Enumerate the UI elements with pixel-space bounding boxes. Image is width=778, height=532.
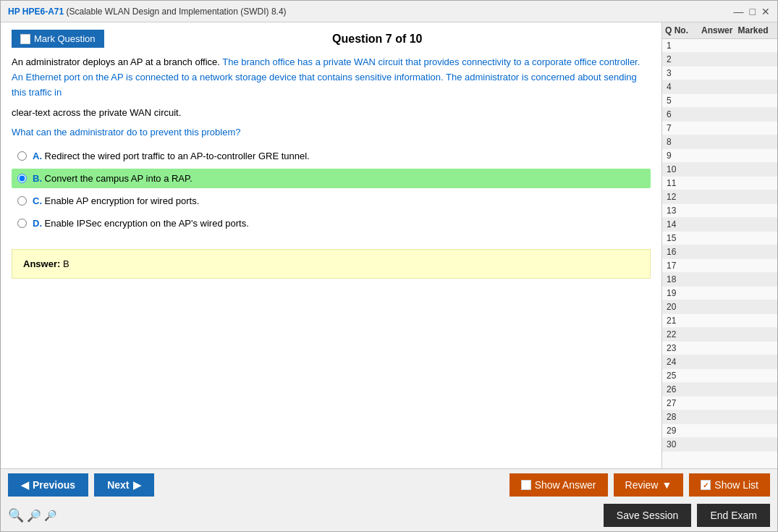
list-item[interactable]: 29 — [662, 424, 777, 438]
option-b[interactable]: B. Convert the campus AP into a RAP. — [12, 169, 651, 188]
list-item[interactable]: 15 — [662, 232, 777, 245]
show-answer-label: Show Answer — [535, 479, 596, 491]
list-item[interactable]: 18 — [662, 273, 777, 287]
list-item[interactable]: 5 — [662, 94, 777, 108]
option-c[interactable]: C. Enable AP encryption for wired ports. — [12, 191, 651, 211]
show-answer-checkbox-icon — [521, 480, 531, 490]
zoom-in-button[interactable]: 🔎 — [44, 510, 56, 521]
zoom-reset-button[interactable]: 🔎 — [27, 509, 41, 523]
footer-row2: 🔍 🔎 🔎 Save Session End Exam — [1, 501, 777, 531]
footer-row1: Previous Next Show Answer Review ▼ ✓ Sho… — [1, 469, 777, 501]
option-a-radio[interactable] — [17, 151, 27, 161]
list-item[interactable]: 1 — [662, 39, 777, 53]
window-title: HP HPE6-A71 (Scalable WLAN Design and Im… — [8, 7, 287, 17]
list-item[interactable]: 17 — [662, 259, 777, 273]
list-item[interactable]: 3 — [662, 67, 777, 80]
list-item[interactable]: 9 — [662, 149, 777, 163]
list-item[interactable]: 24 — [662, 355, 777, 369]
app-window: HP HPE6-A71 (Scalable WLAN Design and Im… — [0, 0, 778, 532]
answer-label: Answer: — [23, 258, 60, 269]
option-d-radio[interactable] — [17, 219, 27, 228]
question-text-cont: clear-text across the private WAN circui… — [12, 106, 651, 121]
top-toolbar: Mark Question Question 7 of 10 — [12, 30, 651, 48]
review-label: Review — [625, 479, 659, 491]
question-text: An administrator deploys an AP at a bran… — [12, 55, 651, 100]
list-item[interactable]: 26 — [662, 383, 777, 397]
save-session-label: Save Session — [617, 510, 679, 521]
mark-question-button[interactable]: Mark Question — [12, 30, 104, 48]
previous-button[interactable]: Previous — [8, 473, 88, 497]
list-item[interactable]: 20 — [662, 300, 777, 314]
show-answer-button[interactable]: Show Answer — [509, 473, 608, 497]
sidebar: Q No. Answer Marked 1 2 3 4 5 6 7 8 9 10… — [661, 22, 777, 468]
mark-checkbox-icon — [20, 34, 30, 44]
previous-label: Previous — [33, 479, 75, 491]
sidebar-header: Q No. Answer Marked — [662, 22, 777, 39]
options-area: A. Redirect the wired port traffic to an… — [12, 146, 651, 236]
zoom-controls: 🔍 🔎 🔎 — [8, 507, 56, 523]
minimize-icon[interactable]: — — [734, 6, 744, 17]
previous-arrow-icon — [21, 479, 29, 491]
question-what: What can the administrator do to prevent… — [12, 127, 651, 138]
list-item[interactable]: 27 — [662, 397, 777, 410]
list-item[interactable]: 25 — [662, 369, 777, 383]
list-item[interactable]: 4 — [662, 80, 777, 94]
list-item[interactable]: 14 — [662, 218, 777, 232]
app-title-rest: (Scalable WLAN Design and Implementation… — [64, 7, 286, 17]
title-bar: HP HPE6-A71 (Scalable WLAN Design and Im… — [1, 1, 777, 22]
list-item[interactable]: 2 — [662, 53, 777, 67]
question-text-part1: An administrator deploys an AP at a bran… — [12, 56, 222, 67]
sidebar-col-answer: Answer — [701, 25, 738, 35]
list-item[interactable]: 10 — [662, 163, 777, 177]
option-a[interactable]: A. Redirect the wired port traffic to an… — [12, 146, 651, 166]
sidebar-col-qno: Q No. — [665, 25, 701, 35]
footer-area: Previous Next Show Answer Review ▼ ✓ Sho… — [1, 468, 777, 531]
review-button[interactable]: Review ▼ — [614, 473, 684, 497]
show-list-label: Show List — [714, 479, 758, 491]
option-a-label: A. Redirect the wired port traffic to an… — [33, 151, 310, 161]
sidebar-rows: 1 2 3 4 5 6 7 8 9 10 11 12 13 14 15 16 1… — [662, 39, 777, 468]
close-icon[interactable]: ✕ — [761, 6, 770, 17]
review-dropdown-icon: ▼ — [661, 479, 672, 491]
main-panel: Mark Question Question 7 of 10 An admini… — [1, 22, 661, 468]
list-item[interactable]: 16 — [662, 245, 777, 259]
restore-icon[interactable]: □ — [750, 6, 756, 17]
end-exam-label: End Exam — [710, 510, 757, 521]
option-b-radio[interactable] — [17, 174, 27, 183]
answer-value: B — [63, 258, 69, 269]
footer-right-buttons: Save Session End Exam — [604, 504, 770, 527]
list-item[interactable]: 8 — [662, 135, 777, 149]
show-list-button[interactable]: ✓ Show List — [689, 473, 770, 497]
list-item[interactable]: 23 — [662, 342, 777, 355]
zoom-out-button[interactable]: 🔍 — [8, 507, 24, 523]
list-item[interactable]: 12 — [662, 190, 777, 204]
list-item[interactable]: 30 — [662, 438, 777, 452]
list-item[interactable]: 22 — [662, 328, 777, 342]
next-button[interactable]: Next — [94, 473, 153, 497]
end-exam-button[interactable]: End Exam — [697, 504, 770, 527]
option-b-label: B. Convert the campus AP into a RAP. — [33, 173, 193, 184]
list-item[interactable]: 21 — [662, 314, 777, 328]
list-item[interactable]: 6 — [662, 108, 777, 122]
list-item[interactable]: 13 — [662, 204, 777, 218]
list-item[interactable]: 19 — [662, 287, 777, 300]
question-text-part4: clear-text across the private WAN circui… — [12, 107, 181, 118]
sidebar-col-marked: Marked — [738, 25, 775, 35]
content-area: Mark Question Question 7 of 10 An admini… — [1, 22, 777, 468]
show-list-check-icon: ✓ — [701, 480, 711, 490]
option-c-label: C. Enable AP encryption for wired ports. — [33, 195, 199, 206]
save-session-button[interactable]: Save Session — [604, 504, 692, 527]
window-controls: — □ ✕ — [734, 6, 770, 17]
option-d[interactable]: D. Enable IPSec encryption on the AP's w… — [12, 214, 651, 233]
next-arrow-icon — [133, 479, 141, 491]
list-item[interactable]: 7 — [662, 122, 777, 135]
list-item[interactable]: 11 — [662, 177, 777, 190]
question-title: Question 7 of 10 — [104, 33, 651, 46]
option-c-radio[interactable] — [17, 196, 27, 206]
mark-question-label: Mark Question — [34, 33, 96, 44]
answer-box: Answer: B — [12, 249, 651, 279]
app-title-link[interactable]: HP HPE6-A71 — [8, 7, 64, 17]
option-d-label: D. Enable IPSec encryption on the AP's w… — [33, 218, 249, 229]
next-label: Next — [107, 479, 129, 491]
list-item[interactable]: 28 — [662, 410, 777, 424]
